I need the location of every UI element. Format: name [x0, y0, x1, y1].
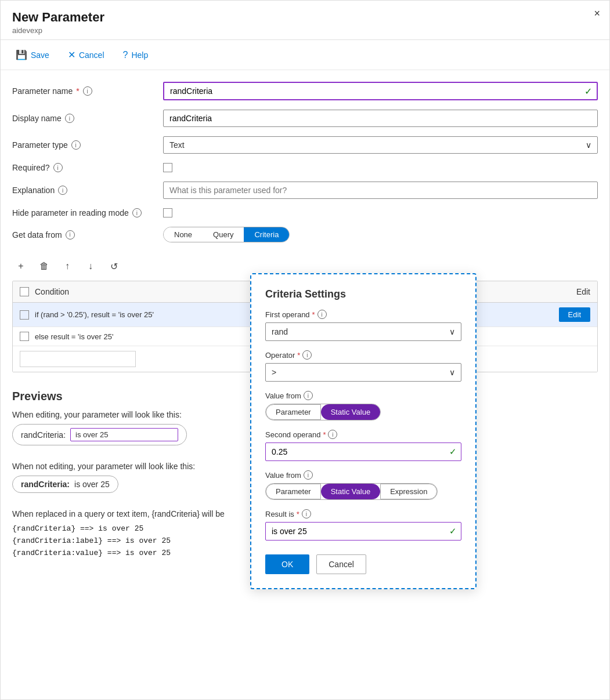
- add-criteria-button[interactable]: +: [12, 257, 30, 275]
- value-from-2-expression-button[interactable]: Expression: [380, 484, 437, 499]
- help-icon: ?: [123, 50, 128, 60]
- hide-param-checkbox-wrapper: [163, 208, 598, 217]
- panel-subtitle: aidevexp: [12, 26, 598, 35]
- value-from-2-info-icon[interactable]: i: [304, 470, 313, 480]
- hide-param-label: Hide parameter in reading mode i: [12, 208, 163, 217]
- second-operand-info-icon[interactable]: i: [328, 430, 337, 439]
- value-from-2-segmented: Parameter Static Value Expression: [265, 483, 438, 500]
- parameter-type-select-wrapper: Text ∨: [163, 136, 598, 154]
- explanation-row: Explanation i: [12, 182, 598, 199]
- operator-row: Operator * i > ∨: [265, 350, 461, 382]
- criteria-row2-checkbox[interactable]: [20, 332, 29, 341]
- required-row: Required? i: [12, 163, 598, 172]
- result-input-wrapper: ✓: [265, 522, 461, 541]
- parameter-name-label: Parameter name * i: [12, 86, 163, 96]
- parameter-name-input[interactable]: [163, 82, 598, 100]
- hide-param-info-icon[interactable]: i: [132, 208, 142, 217]
- help-button[interactable]: ? Help: [120, 48, 152, 63]
- display-name-input[interactable]: [163, 110, 598, 127]
- save-button[interactable]: 💾 Save: [12, 47, 53, 63]
- hide-param-row: Hide parameter in reading mode i: [12, 208, 598, 217]
- panel-title: New Parameter: [12, 10, 598, 25]
- modal-ok-button[interactable]: OK: [265, 554, 309, 574]
- cancel-button[interactable]: ✕ Cancel: [64, 47, 108, 63]
- result-info-icon[interactable]: i: [302, 509, 311, 518]
- arrow-down-icon: ↓: [88, 261, 93, 271]
- display-name-field-wrapper: [163, 110, 598, 127]
- first-operand-row: First operand * i rand ∨: [265, 310, 461, 341]
- trash-icon: 🗑: [39, 261, 49, 271]
- preview2-label: randCriteria:: [21, 480, 70, 489]
- editing-preview-item: randCriteria:: [12, 424, 187, 445]
- modal-cancel-button[interactable]: Cancel: [316, 554, 366, 574]
- criteria-edit-button[interactable]: Edit: [559, 307, 590, 322]
- explanation-info-icon[interactable]: i: [58, 186, 67, 195]
- second-operand-label: Second operand * i: [265, 430, 461, 439]
- result-input[interactable]: [265, 522, 461, 541]
- get-data-criteria-button[interactable]: Criteria: [244, 227, 289, 242]
- value-from-1-row: Value from i Parameter Static Value: [265, 391, 461, 420]
- value-from-1-parameter-button[interactable]: Parameter: [266, 404, 321, 420]
- get-data-none-button[interactable]: None: [164, 227, 203, 242]
- criteria-row1-checkbox[interactable]: [20, 310, 29, 320]
- value-from-2-staticvalue-button[interactable]: Static Value: [321, 484, 380, 499]
- first-operand-select[interactable]: rand ∨: [265, 322, 461, 341]
- required-label: Required? i: [12, 163, 163, 172]
- preview1-value-input[interactable]: [70, 428, 178, 441]
- refresh-button[interactable]: ↺: [105, 257, 122, 275]
- preview1-label: randCriteria:: [21, 430, 66, 440]
- parameter-name-row: Parameter name * i ✓: [12, 82, 598, 100]
- get-data-query-button[interactable]: Query: [203, 227, 244, 242]
- refresh-icon: ↺: [110, 261, 118, 272]
- criteria-condition-header: Condition: [35, 287, 69, 296]
- second-operand-input[interactable]: [265, 443, 461, 461]
- result-check-icon: ✓: [449, 526, 457, 536]
- display-name-label: Display name i: [12, 114, 163, 123]
- value-from-2-parameter-button[interactable]: Parameter: [266, 484, 321, 499]
- display-name-info-icon[interactable]: i: [65, 114, 74, 123]
- not-editing-preview-item: randCriteria: is over 25: [12, 476, 118, 493]
- operator-label: Operator * i: [265, 350, 461, 360]
- explanation-field-wrapper: [163, 182, 598, 199]
- modal-footer: OK Cancel: [265, 554, 461, 574]
- hide-param-checkbox[interactable]: [163, 208, 172, 217]
- operator-select[interactable]: > ∨: [265, 363, 461, 382]
- result-row: Result is * i ✓: [265, 509, 461, 541]
- second-operand-input-wrapper: ✓: [265, 443, 461, 461]
- cancel-icon: ✕: [68, 49, 75, 60]
- modal-title: Criteria Settings: [265, 288, 461, 300]
- parameter-name-info-icon[interactable]: i: [83, 86, 92, 96]
- required-info-icon[interactable]: i: [53, 163, 63, 172]
- value-from-1-label: Value from i: [265, 391, 461, 400]
- value-from-2-label: Value from i: [265, 470, 461, 480]
- second-operand-row: Second operand * i ✓: [265, 430, 461, 461]
- close-button[interactable]: ×: [594, 8, 600, 20]
- chevron-down-icon: ∨: [586, 140, 591, 150]
- criteria-edit-header: Edit: [576, 287, 590, 296]
- operator-chevron-icon: ∨: [449, 368, 455, 377]
- get-data-label: Get data from i: [12, 230, 163, 240]
- save-icon: 💾: [16, 49, 27, 60]
- value-from-2-row: Value from i Parameter Static Value Expr…: [265, 470, 461, 500]
- value-from-1-info-icon[interactable]: i: [304, 391, 313, 400]
- value-from-1-staticvalue-button[interactable]: Static Value: [321, 404, 380, 420]
- operator-info-icon[interactable]: i: [302, 350, 312, 360]
- get-data-info-icon[interactable]: i: [66, 230, 75, 240]
- parameter-type-info-icon[interactable]: i: [71, 140, 81, 150]
- criteria-empty-input[interactable]: [20, 351, 136, 367]
- move-down-button[interactable]: ↓: [82, 257, 99, 275]
- criteria-header-checkbox[interactable]: [20, 287, 29, 296]
- criteria-settings-modal: Criteria Settings First operand * i rand…: [250, 273, 477, 589]
- required-checkbox-wrapper: [163, 163, 598, 172]
- get-data-segmented-control: None Query Criteria: [163, 227, 290, 242]
- parameter-type-row: Parameter type i Text ∨: [12, 136, 598, 154]
- check-icon: ✓: [584, 86, 592, 97]
- required-checkbox[interactable]: [163, 163, 172, 172]
- parameter-type-select[interactable]: Text ∨: [163, 136, 598, 154]
- first-operand-info-icon[interactable]: i: [317, 310, 327, 319]
- delete-criteria-button[interactable]: 🗑: [35, 257, 53, 275]
- move-up-button[interactable]: ↑: [59, 257, 76, 275]
- explanation-input[interactable]: [163, 182, 598, 199]
- value-from-1-segmented: Parameter Static Value: [265, 404, 381, 420]
- arrow-up-icon: ↑: [65, 261, 70, 271]
